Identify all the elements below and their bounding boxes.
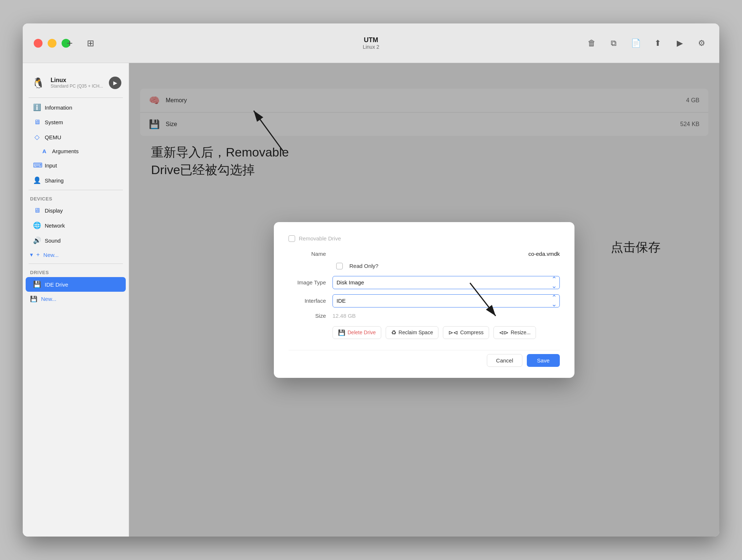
new-device-label: New... [43, 252, 59, 258]
delete-drive-label: Delete Drive [348, 329, 376, 335]
ide-drive-label: IDE Drive [45, 281, 68, 288]
title-bar: + ⊞ UTM Linux 2 🗑 ⧉ 📄 ⬆ ▶ ⚙ [23, 23, 719, 63]
play-icon[interactable]: ▶ [673, 37, 686, 50]
reclaim-space-icon: ♻ [391, 329, 396, 336]
trash-icon[interactable]: 🗑 [585, 37, 598, 50]
sound-icon: 🔊 [33, 236, 41, 244]
removable-drive-checkbox[interactable] [289, 235, 295, 242]
size-field-label: Size [289, 313, 333, 319]
sidebar-item-arguments[interactable]: A Arguments [26, 145, 126, 158]
sharing-label: Sharing [45, 177, 64, 184]
arguments-label: Arguments [52, 148, 79, 154]
read-only-checkbox[interactable] [336, 263, 343, 269]
sidebar-item-qemu[interactable]: ◇ QEMU [26, 130, 126, 144]
settings-icon[interactable]: ⚙ [695, 37, 708, 50]
drive-settings-modal: Removable Drive Name co-eda.vmdk Read On… [274, 222, 574, 378]
vm-name: Linux [51, 77, 104, 84]
interface-row: Interface IDE SATA SCSI VirtIO NVMe USB … [289, 294, 560, 307]
sharing-icon: 👤 [33, 176, 41, 184]
network-label: Network [45, 222, 65, 229]
new-device-expand-icon: ▾ [30, 252, 33, 258]
qemu-label: QEMU [45, 134, 61, 140]
window-title: UTM [364, 36, 378, 44]
document-icon[interactable]: 📄 [629, 37, 642, 50]
image-type-select-wrapper: Disk Image CD/DVD Image None ⌃⌄ [333, 276, 560, 289]
image-type-select[interactable]: Disk Image CD/DVD Image None [333, 276, 560, 289]
vm-list-item[interactable]: 🐧 Linux Standard PC (Q35 + ICH... ▶ [23, 70, 129, 95]
copy-icon[interactable]: ⧉ [607, 37, 620, 50]
information-label: Information [45, 104, 72, 111]
compress-label: Compress [460, 329, 484, 335]
modal-footer: Cancel Save [289, 350, 560, 367]
removable-drive-label: Removable Drive [299, 235, 341, 242]
sidebar-item-network[interactable]: 🌐 Network [26, 218, 126, 233]
read-only-row: Read Only? [289, 263, 560, 269]
interface-select[interactable]: IDE SATA SCSI VirtIO NVMe USB [333, 294, 560, 307]
delete-drive-icon: 💾 [338, 329, 345, 336]
removable-drive-row: Removable Drive [289, 235, 560, 242]
image-type-label: Image Type [289, 279, 333, 285]
add-vm-button[interactable]: + [67, 37, 73, 49]
compress-icon: ⊳⊲ [448, 329, 458, 336]
arguments-icon: A [40, 148, 48, 154]
delete-drive-button[interactable]: 💾 Delete Drive [333, 326, 381, 339]
reclaim-space-button[interactable]: ♻ Reclaim Space [386, 326, 438, 339]
name-field-label: Name [289, 251, 333, 257]
resize-icon: ⊲⊳ [499, 329, 508, 336]
new-device-plus-icon: + [36, 251, 40, 258]
sidebar-divider-3 [29, 264, 123, 264]
sidebar-divider-2 [29, 190, 123, 190]
compress-button[interactable]: ⊳⊲ Compress [443, 326, 489, 339]
annotation-text-1: 重新导入后，Removable Drive已经被勾选掉 [151, 144, 289, 178]
sidebar-toggle-button[interactable]: ⊞ [87, 38, 94, 48]
window-subtitle: Linux 2 [363, 44, 379, 50]
interface-label: Interface [289, 298, 333, 304]
share-icon[interactable]: ⬆ [651, 37, 664, 50]
sidebar: 🐧 Linux Standard PC (Q35 + ICH... ▶ ℹ️ I… [23, 63, 129, 537]
sidebar-item-information[interactable]: ℹ️ Information [26, 100, 126, 115]
display-icon: 🖥 [33, 207, 41, 214]
vm-avatar: 🐧 [30, 75, 46, 91]
toolbar-center: UTM Linux 2 [363, 36, 379, 50]
sidebar-item-display[interactable]: 🖥 Display [26, 203, 126, 218]
sidebar-item-new-drive[interactable]: 💾 New... [23, 292, 129, 306]
new-drive-icon: 💾 [30, 295, 37, 302]
display-label: Display [45, 207, 63, 214]
svg-line-0 [254, 111, 283, 151]
vm-description: Standard PC (Q35 + ICH... [51, 84, 104, 89]
new-drive-label: New... [41, 296, 56, 302]
vm-play-button[interactable]: ▶ [109, 77, 121, 89]
close-button[interactable] [34, 39, 43, 48]
sidebar-divider-1 [29, 97, 123, 98]
traffic-lights [34, 39, 70, 48]
read-only-label: Read Only? [346, 263, 378, 269]
resize-label: Resize... [511, 329, 530, 335]
input-icon: ⌨ [33, 161, 41, 169]
sound-label: Sound [45, 237, 60, 244]
system-icon: 🖥 [33, 118, 41, 126]
sidebar-item-sound[interactable]: 🔊 Sound [26, 233, 126, 248]
image-type-row: Image Type Disk Image CD/DVD Image None … [289, 276, 560, 289]
sidebar-item-system[interactable]: 🖥 System [26, 115, 126, 129]
size-field-value: 12.48 GB [333, 313, 356, 319]
name-row: Name co-eda.vmdk [289, 251, 560, 257]
devices-section-label: Devices [23, 192, 129, 203]
main-window: + ⊞ UTM Linux 2 🗑 ⧉ 📄 ⬆ ▶ ⚙ 🐧 Linux Stan… [23, 23, 719, 537]
sidebar-item-sharing[interactable]: 👤 Sharing [26, 173, 126, 188]
interface-select-wrapper: IDE SATA SCSI VirtIO NVMe USB ⌃⌄ [333, 294, 560, 307]
main-content: 🧠 Memory 4 GB 💾 Size 524 KB Removable Dr… [129, 63, 719, 537]
save-button[interactable]: Save [527, 354, 560, 367]
minimize-button[interactable] [48, 39, 56, 48]
sidebar-item-ide-drive[interactable]: 💾 IDE Drive [26, 277, 126, 292]
cancel-button[interactable]: Cancel [487, 354, 522, 367]
sidebar-item-new-device[interactable]: ▾ + New... [23, 248, 129, 261]
sidebar-item-input[interactable]: ⌨ Input [26, 158, 126, 173]
drives-section-label: Drives [23, 266, 129, 277]
system-label: System [45, 119, 63, 125]
resize-button[interactable]: ⊲⊳ Resize... [493, 326, 536, 339]
annotation-text-2: 点击保存 [611, 239, 661, 256]
reclaim-space-label: Reclaim Space [398, 329, 433, 335]
name-value: co-eda.vmdk [446, 251, 560, 257]
body-area: 🐧 Linux Standard PC (Q35 + ICH... ▶ ℹ️ I… [23, 63, 719, 537]
qemu-icon: ◇ [33, 133, 41, 141]
